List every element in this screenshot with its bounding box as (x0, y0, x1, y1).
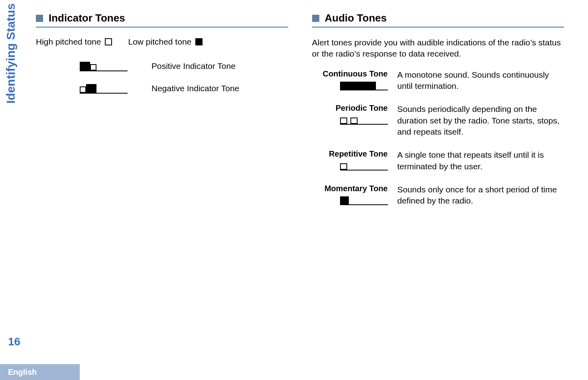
positive-indicator-row: Positive Indicator Tone (36, 61, 288, 71)
continuous-tone-name: Continuous Tone (312, 69, 388, 78)
content-columns: Indicator Tones High pitched tone Low pi… (36, 12, 564, 219)
momentary-tone-desc: Sounds only once for a short period of t… (397, 184, 564, 207)
periodic-tone-icon (312, 115, 388, 125)
repetitive-tone-name: Repetitive Tone (312, 149, 388, 159)
periodic-tone-name: Periodic Tone (312, 104, 388, 113)
section-rule (36, 27, 288, 27)
repetitive-tone-desc: A single tone that repeats itself until … (397, 149, 564, 172)
repetitive-tone-row: Repetitive Tone A single tone that repea… (312, 149, 564, 172)
page-root: Identifying Status Indicators 16 English… (0, 0, 588, 380)
audio-intro-text: Alert tones provide you with audible ind… (312, 37, 564, 60)
section-title: Audio Tones (325, 12, 387, 24)
repetitive-tone-left: Repetitive Tone (312, 149, 388, 172)
momentary-tone-name: Momentary Tone (312, 184, 388, 193)
negative-indicator-row: Negative Indicator Tone (36, 83, 288, 94)
legend-high-label: High pitched tone (36, 37, 101, 47)
low-tone-icon (195, 38, 203, 45)
section-marker-icon (312, 15, 319, 22)
section-title: Indicator Tones (49, 12, 125, 24)
positive-indicator-icon (80, 61, 128, 71)
section-marker-icon (36, 15, 43, 22)
continuous-tone-icon (312, 81, 388, 90)
high-tone-icon (105, 38, 112, 45)
section-header: Audio Tones (312, 12, 564, 24)
positive-indicator-label: Positive Indicator Tone (151, 61, 236, 71)
periodic-tone-desc: Sounds periodically depending on the dur… (397, 104, 564, 137)
legend-low-pitched: Low pitched tone (128, 37, 203, 47)
indicator-tones-section: Indicator Tones High pitched tone Low pi… (36, 12, 288, 219)
language-tab: English (0, 364, 80, 380)
section-rule (312, 27, 564, 27)
section-header: Indicator Tones (36, 12, 288, 24)
tone-legend: High pitched tone Low pitched tone (36, 37, 288, 47)
continuous-tone-desc: A monotone sound. Sounds continuously un… (397, 69, 564, 92)
repetitive-tone-icon (312, 161, 388, 170)
momentary-tone-row: Momentary Tone Sounds only once for a sh… (312, 184, 564, 207)
negative-indicator-label: Negative Indicator Tone (151, 84, 239, 93)
legend-high-pitched: High pitched tone (36, 37, 112, 47)
page-number: 16 (8, 335, 20, 348)
continuous-tone-row: Continuous Tone A monotone sound. Sounds… (312, 69, 564, 92)
negative-indicator-icon (80, 83, 128, 94)
audio-tones-section: Audio Tones Alert tones provide you with… (312, 12, 564, 219)
continuous-tone-left: Continuous Tone (312, 69, 388, 92)
legend-low-label: Low pitched tone (128, 37, 191, 47)
momentary-tone-left: Momentary Tone (312, 184, 388, 207)
periodic-tone-left: Periodic Tone (312, 104, 388, 137)
side-tab-label: Identifying Status Indicators (4, 0, 18, 104)
periodic-tone-row: Periodic Tone Sounds periodically depend… (312, 104, 564, 137)
momentary-tone-icon (312, 196, 388, 205)
